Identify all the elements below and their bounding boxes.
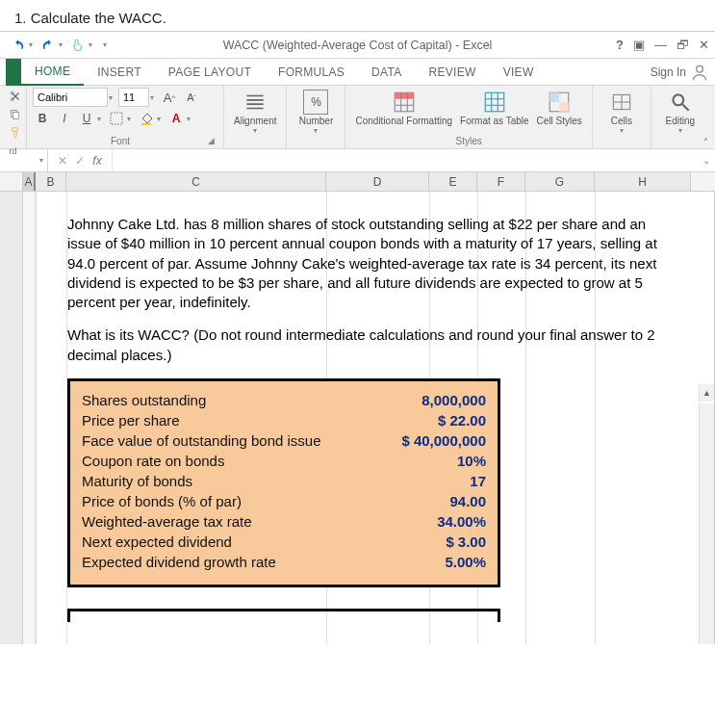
window-title: WACC (Weighted-Average Cost of Capital) … bbox=[223, 39, 493, 52]
table-row: Expected dividend growth rate 5.00% bbox=[82, 553, 486, 573]
cut-button[interactable] bbox=[9, 90, 17, 106]
worksheet-area[interactable]: Johnny Cake Ltd. has 8 million shares of… bbox=[0, 192, 715, 644]
bold-button[interactable]: B bbox=[33, 110, 52, 127]
ribbon-tab-strip: HOME INSERT PAGE LAYOUT FORMULAS DATA RE… bbox=[0, 59, 715, 86]
cell-styles-icon bbox=[547, 90, 572, 115]
tab-data[interactable]: DATA bbox=[358, 59, 415, 86]
copy-icon bbox=[9, 108, 22, 121]
fill-dropdown[interactable]: ▾ bbox=[157, 115, 161, 123]
enter-formula-button[interactable]: ✓ bbox=[71, 154, 89, 168]
tab-home[interactable]: HOME bbox=[21, 59, 84, 86]
svg-point-0 bbox=[697, 65, 703, 72]
formula-input[interactable] bbox=[113, 149, 698, 171]
conditional-formatting-button[interactable]: Conditional Formatting bbox=[351, 88, 456, 128]
problem-text: Johnny Cake Ltd. has 8 million shares of… bbox=[67, 215, 664, 312]
undo-dropdown[interactable]: ▾ bbox=[29, 40, 33, 49]
minimize-button[interactable]: — bbox=[654, 38, 667, 52]
copy-button[interactable] bbox=[9, 108, 17, 124]
shrink-font-button[interactable]: Aˇ bbox=[182, 89, 201, 106]
col-header-A[interactable]: A bbox=[23, 172, 36, 191]
currency-symbol: $ bbox=[446, 533, 453, 552]
ribbon: rd ▾ ▾ A^ Aˇ B I U ▾ ▾ bbox=[0, 86, 715, 149]
italic-button[interactable]: I bbox=[55, 110, 74, 127]
cell-content: Johnny Cake Ltd. has 8 million shares of… bbox=[67, 215, 664, 622]
font-color-dropdown[interactable]: ▾ bbox=[187, 115, 191, 123]
font-color-button[interactable]: A bbox=[166, 110, 186, 127]
help-button[interactable]: ? bbox=[616, 38, 624, 52]
format-painter-button[interactable] bbox=[9, 126, 17, 143]
underline-button[interactable]: U bbox=[77, 110, 96, 127]
collapse-ribbon-button[interactable]: ˄ bbox=[700, 137, 711, 147]
svg-rect-4 bbox=[13, 113, 19, 119]
touch-mode-button[interactable] bbox=[67, 35, 89, 56]
data-value: 40,000,000 bbox=[414, 431, 486, 451]
file-tab-indicator[interactable] bbox=[6, 59, 21, 86]
redo-button[interactable] bbox=[38, 35, 59, 56]
column-header-row: A B C D E F G H bbox=[0, 172, 715, 192]
data-label: Expected dividend growth rate bbox=[82, 553, 276, 572]
font-name-select[interactable] bbox=[33, 88, 108, 107]
col-header-F[interactable]: F bbox=[477, 172, 525, 191]
row-header-gutter[interactable] bbox=[0, 192, 23, 644]
col-header-G[interactable]: G bbox=[525, 172, 595, 191]
select-all-corner[interactable] bbox=[0, 172, 23, 191]
number-format-button[interactable]: % Number ▾ bbox=[293, 88, 339, 137]
user-icon bbox=[690, 63, 709, 82]
svg-point-14 bbox=[673, 94, 683, 105]
col-header-D[interactable]: D bbox=[326, 172, 429, 191]
ribbon-display-button[interactable]: ▣ bbox=[633, 38, 645, 52]
cell-styles-button[interactable]: Cell Styles bbox=[533, 88, 586, 128]
touch-dropdown[interactable]: ▾ bbox=[89, 40, 92, 49]
scroll-up-button[interactable]: ▲ bbox=[699, 384, 714, 402]
font-size-select[interactable] bbox=[118, 88, 149, 107]
fill-color-button[interactable] bbox=[137, 110, 156, 127]
styles-group-label: Styles bbox=[351, 134, 585, 146]
data-value: 22.00 bbox=[449, 411, 486, 430]
alignment-label: Alignment bbox=[234, 116, 276, 126]
tab-page-layout[interactable]: PAGE LAYOUT bbox=[155, 59, 265, 86]
cancel-formula-button[interactable]: ✕ bbox=[54, 154, 71, 168]
expand-formula-bar[interactable]: ⌄ bbox=[698, 155, 715, 166]
vertical-scrollbar[interactable] bbox=[699, 403, 714, 644]
table-row: Weighted-average tax rate 34.00% bbox=[82, 512, 486, 533]
col-header-B[interactable]: B bbox=[36, 172, 66, 191]
data-value: 34.00% bbox=[437, 512, 486, 532]
font-size-dropdown[interactable]: ▾ bbox=[150, 93, 154, 102]
cond-format-icon bbox=[392, 90, 417, 115]
column-a-area bbox=[23, 192, 36, 644]
redo-dropdown[interactable]: ▾ bbox=[59, 40, 63, 49]
tab-view[interactable]: VIEW bbox=[490, 59, 548, 86]
col-header-H[interactable]: H bbox=[595, 172, 691, 191]
qat-customize[interactable]: ▾ bbox=[103, 40, 107, 49]
percent-icon: % bbox=[303, 90, 328, 115]
font-name-dropdown[interactable]: ▾ bbox=[109, 93, 113, 102]
border-dropdown[interactable]: ▾ bbox=[127, 115, 131, 123]
table-row: Coupon rate on bonds 10% bbox=[82, 452, 486, 472]
find-icon bbox=[668, 90, 693, 115]
sign-in-link[interactable]: Sign In bbox=[651, 63, 709, 82]
insert-function-button[interactable]: fx bbox=[89, 154, 106, 168]
alignment-button[interactable]: Alignment ▾ bbox=[230, 88, 280, 137]
maximize-button[interactable]: 🗗 bbox=[677, 38, 689, 52]
data-value: 17 bbox=[470, 472, 486, 491]
border-button[interactable] bbox=[107, 110, 126, 127]
undo-icon bbox=[12, 39, 25, 52]
tab-insert[interactable]: INSERT bbox=[84, 59, 155, 86]
number-label: Number bbox=[299, 116, 334, 126]
cells-button[interactable]: Cells ▾ bbox=[599, 88, 645, 137]
grow-font-button[interactable]: A^ bbox=[160, 89, 179, 106]
editing-button[interactable]: Editing ▾ bbox=[657, 88, 703, 137]
close-button[interactable]: ✕ bbox=[699, 38, 709, 52]
formula-bar: ▾ ✕ ✓ fx ⌄ bbox=[0, 149, 715, 172]
tab-formulas[interactable]: FORMULAS bbox=[265, 59, 358, 86]
table-row: Price per share $22.00 bbox=[82, 411, 486, 431]
table-row: Face value of outstanding bond issue $40… bbox=[82, 431, 486, 452]
underline-dropdown[interactable]: ▾ bbox=[97, 115, 101, 123]
format-as-table-button[interactable]: Format as Table bbox=[456, 88, 533, 128]
currency-symbol: $ bbox=[438, 411, 446, 430]
col-header-E[interactable]: E bbox=[429, 172, 477, 191]
font-dialog-launcher[interactable]: ◢ bbox=[208, 136, 217, 145]
col-header-C[interactable]: C bbox=[66, 172, 326, 191]
tab-review[interactable]: REVIEW bbox=[416, 59, 490, 86]
undo-button[interactable] bbox=[8, 35, 29, 56]
